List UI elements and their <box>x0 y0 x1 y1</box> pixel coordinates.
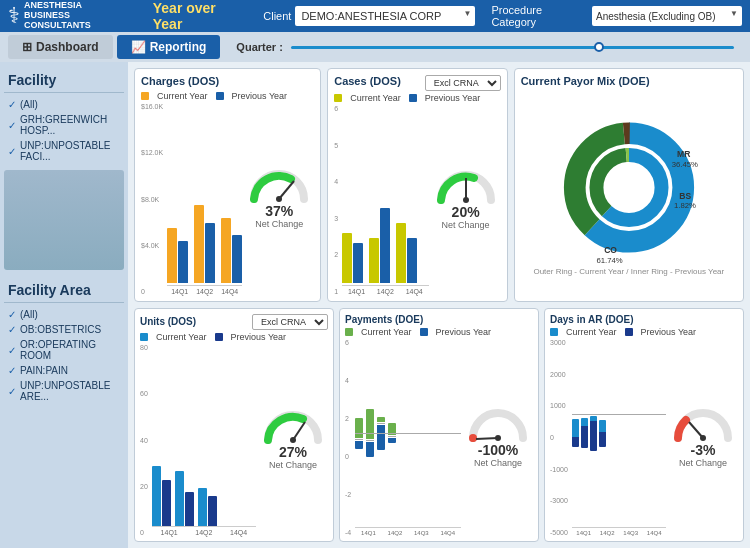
legend-current-dot <box>334 94 342 102</box>
legend-dot <box>550 328 558 336</box>
charges-legend: Current Year Previous Year <box>141 91 314 101</box>
svg-line-1 <box>279 181 294 199</box>
units-bar-14q2 <box>175 471 194 526</box>
cases-legend: Current Year Previous Year <box>334 93 500 103</box>
cases-panel-header: Cases (DOS) Excl CRNA <box>334 75 500 91</box>
legend-prev-dot <box>216 92 224 100</box>
svg-line-9 <box>689 422 703 438</box>
days-ar-gauge-svg <box>673 408 733 442</box>
payments-title: Payments (DOE) <box>345 314 533 325</box>
facility-area-item-pain[interactable]: ✓ PAIN:PAIN <box>4 363 124 378</box>
proc-cat-dropdown-wrap: Anesthesia (Excluding OB) <box>592 6 742 26</box>
proc-cat-dropdown[interactable]: Anesthesia (Excluding OB) <box>592 6 742 26</box>
bar-group-14q1 <box>167 228 188 283</box>
bar-prev-14q2 <box>205 223 215 283</box>
payor-donut-svg: MR 36.45% BS 1.82% CO 61.74% <box>544 110 714 265</box>
payments-gauge: -100% Net Change <box>463 339 533 536</box>
page-title: Year over Year <box>153 0 248 32</box>
cases-excl-dropdown[interactable]: Excl CRNA <box>425 75 501 91</box>
days-ar-net-label: Net Change <box>679 458 727 468</box>
quarter-slider-container[interactable] <box>291 46 734 49</box>
legend-dot-prev <box>625 328 633 336</box>
bar-prev-14q1 <box>178 241 188 283</box>
check-icon: ✓ <box>8 324 16 335</box>
charges-net-label: Net Change <box>255 219 303 229</box>
dashboard-button[interactable]: ⊞ Dashboard <box>8 35 113 59</box>
bar-group-14q2 <box>194 205 215 283</box>
co-pct: 61.74% <box>596 256 622 265</box>
legend-current-dot <box>141 92 149 100</box>
reporting-button[interactable]: 📈 Reporting <box>117 35 221 59</box>
facility-area-item-all[interactable]: ✓ (All) <box>4 307 124 322</box>
legend-dot-prev <box>420 328 428 336</box>
cases-title: Cases (DOS) <box>334 75 401 87</box>
bs-pct: 1.82% <box>674 201 696 210</box>
units-gauge-svg <box>263 410 323 444</box>
bottom-row: Units (DOS) Excl CRNA Current Year Previ… <box>134 308 744 542</box>
cases-bar-group-14q2 <box>369 208 390 283</box>
payments-pct: -100% <box>478 442 518 458</box>
units-legend: Current Year Previous Year <box>140 332 328 342</box>
proc-cat-label: Procedure Category <box>491 4 588 28</box>
bar-group-14q4 <box>221 218 242 283</box>
sidebar: Facility ✓ (All) ✓ GRH:GREENWICH HOSP...… <box>0 62 128 548</box>
facility-area-item-or[interactable]: ✓ OR:OPERATING ROOM <box>4 337 124 363</box>
payments-gauge-svg <box>468 408 528 442</box>
units-excl-dropdown[interactable]: Excl CRNA <box>252 314 328 330</box>
bar-prev-14q4 <box>407 238 417 283</box>
reporting-icon: 📈 <box>131 40 146 54</box>
check-icon: ✓ <box>8 365 16 376</box>
navbar: ⊞ Dashboard 📈 Reporting Quarter : <box>0 32 750 62</box>
units-panel-header: Units (DOS) Excl CRNA <box>140 314 328 330</box>
check-icon: ✓ <box>8 120 16 131</box>
cases-pct: 20% <box>452 204 480 220</box>
payor-note: Outer Ring - Current Year / Inner Ring -… <box>533 267 724 276</box>
facility-item-grh[interactable]: ✓ GRH:GREENWICH HOSP... <box>4 112 124 138</box>
bar-current-14q2 <box>369 238 379 283</box>
cases-bar-group-14q1 <box>342 233 363 283</box>
charges-panel: Charges (DOS) Current Year Previous Year… <box>134 68 321 302</box>
facility-item-unp[interactable]: ✓ UNP:UNPOSTABLE FACI... <box>4 138 124 164</box>
units-pct: 27% <box>279 444 307 460</box>
units-panel: Units (DOS) Excl CRNA Current Year Previ… <box>134 308 334 542</box>
svg-line-7 <box>476 438 498 439</box>
cases-gauge-svg <box>436 170 496 204</box>
payments-net-label: Net Change <box>474 458 522 468</box>
logo-icon: ⚕ <box>8 3 20 29</box>
client-label: Client <box>263 10 291 22</box>
cases-bar-group-14q4 <box>396 223 417 283</box>
content-area: Charges (DOS) Current Year Previous Year… <box>128 62 750 548</box>
mr-label: MR <box>677 149 690 159</box>
payments-legend: Current Year Previous Year <box>345 327 533 337</box>
header: ⚕ ANESTHESIA BUSINESS CONSULTANTS Year o… <box>0 0 750 32</box>
units-net-label: Net Change <box>269 460 317 470</box>
bar-prev-14q2 <box>380 208 390 283</box>
dashboard-icon: ⊞ <box>22 40 32 54</box>
charges-pct: 37% <box>265 203 293 219</box>
units-gauge: 27% Net Change <box>258 344 328 536</box>
facility-area-item-unp[interactable]: ✓ UNP:UNPOSTABLE ARE... <box>4 378 124 404</box>
payor-title: Current Payor Mix (DOE) <box>521 75 737 87</box>
facility-item-all[interactable]: ✓ (All) <box>4 97 124 112</box>
bar-current-14q1 <box>342 233 352 283</box>
days-ar-legend: Current Year Previous Year <box>550 327 738 337</box>
logo-line2: BUSINESS CONSULTANTS <box>24 11 137 31</box>
legend-current-label: Current Year <box>350 93 401 103</box>
check-icon: ✓ <box>8 309 16 320</box>
payor-panel: Current Payor Mix (DOE) <box>514 68 744 302</box>
charges-gauge-svg <box>249 169 309 203</box>
client-dropdown-wrap: DEMO:ANESTHESIA CORP <box>295 6 475 26</box>
facility-area-item-ob[interactable]: ✓ OB:OBSTETRICS <box>4 322 124 337</box>
quarter-slider[interactable] <box>291 46 734 49</box>
top-row: Charges (DOS) Current Year Previous Year… <box>134 68 744 302</box>
quarter-label: Quarter : <box>236 41 282 53</box>
client-dropdown[interactable]: DEMO:ANESTHESIA CORP <box>295 6 475 26</box>
payments-panel: Payments (DOE) Current Year Previous Yea… <box>339 308 539 542</box>
legend-current-label: Current Year <box>157 91 208 101</box>
days-ar-panel: Days in AR (DOE) Current Year Previous Y… <box>544 308 744 542</box>
legend-dot-prev <box>215 333 223 341</box>
svg-line-5 <box>293 422 305 440</box>
units-bar-14q1 <box>152 466 171 526</box>
units-bar-14q4 <box>198 488 217 526</box>
bar-prev-14q1 <box>353 243 363 283</box>
